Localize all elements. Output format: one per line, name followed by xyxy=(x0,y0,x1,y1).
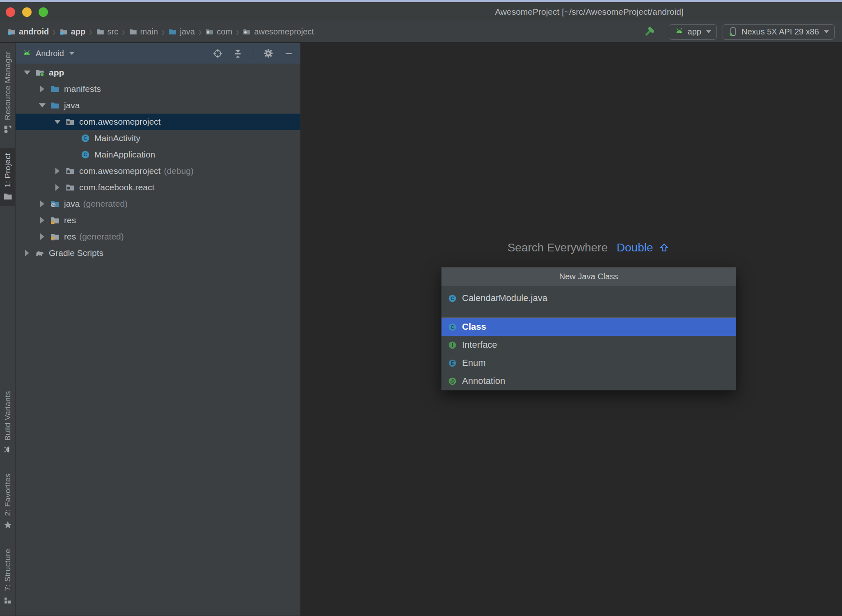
class-name-input[interactable]: C CalendarModule.java xyxy=(442,286,736,310)
source-folder-icon xyxy=(50,100,60,110)
tree-item-suffix: (debug) xyxy=(164,166,193,176)
shift-arrow-icon xyxy=(659,242,670,253)
gear-icon xyxy=(263,48,274,59)
chevron-down-icon xyxy=(824,30,829,33)
kind-option-class[interactable]: CClass xyxy=(442,318,736,336)
kind-option-interface[interactable]: IInterface xyxy=(442,336,736,354)
device-select[interactable]: Nexus 5X API 29 x86 xyxy=(723,24,835,40)
tree-item-manifests[interactable]: manifests xyxy=(16,81,300,97)
tree-item-mainactivity[interactable]: CMainActivity xyxy=(16,130,300,146)
tool-window-button-build-variants[interactable]: Build Variants xyxy=(0,386,15,459)
new-java-class-popup: New Java Class C CalendarModule.java CCl… xyxy=(441,267,736,390)
tool-window-button-2-favorites[interactable]: 2: Favorites xyxy=(0,468,15,535)
interface-icon: I xyxy=(448,340,457,350)
main-toolbar: android›app›src›main›java›com›awesomepro… xyxy=(0,21,842,43)
tool-window-button-label: 1: Project xyxy=(3,153,12,187)
tree-expanded-arrow-icon[interactable] xyxy=(20,71,34,75)
window-title: AwesomeProject [~/src/AwesomeProject/and… xyxy=(495,7,684,17)
collapse-all-icon xyxy=(233,48,243,59)
annotation-icon: @ xyxy=(448,376,457,386)
breadcrumb-item-src[interactable]: src xyxy=(96,27,119,37)
hide-icon[interactable] xyxy=(284,48,294,59)
tree-collapsed-arrow-icon[interactable] xyxy=(35,217,50,224)
breadcrumb-label: main xyxy=(140,27,158,37)
tree-collapsed-arrow-icon[interactable] xyxy=(35,86,50,92)
tree-item-com-awesomeproject[interactable]: com.awesomeproject xyxy=(16,114,300,130)
package-icon xyxy=(65,117,75,127)
breadcrumb-item-android[interactable]: android xyxy=(7,27,49,37)
tree-item-com-awesomeproject[interactable]: com.awesomeproject(debug) xyxy=(16,163,300,179)
run-configuration-label: app xyxy=(688,27,701,37)
popup-title: New Java Class xyxy=(442,267,736,286)
project-view-selector[interactable]: Android xyxy=(36,49,64,58)
tree-item-app[interactable]: app xyxy=(16,64,300,81)
run-configuration-select[interactable]: app xyxy=(669,24,717,40)
svg-text:C: C xyxy=(451,295,454,301)
breadcrumb-item-awesomeproject[interactable]: awesomeproject xyxy=(243,27,314,37)
source-folder-icon xyxy=(168,27,177,36)
tree-expanded-arrow-icon[interactable] xyxy=(50,120,65,124)
android-icon xyxy=(675,27,684,37)
package-icon xyxy=(65,166,75,176)
tree-item-label: java xyxy=(64,199,80,209)
build-hammer-icon[interactable] xyxy=(643,26,654,38)
tool-window-button-label: Resource Manager xyxy=(3,51,12,120)
chevron-down-icon[interactable] xyxy=(69,52,74,55)
svg-text:I: I xyxy=(452,342,453,348)
kind-option-enum[interactable]: EEnum xyxy=(442,354,736,372)
tree-item-java[interactable]: java xyxy=(16,97,300,114)
locate-icon[interactable] xyxy=(213,48,223,59)
project-panel-header: Android xyxy=(16,43,300,64)
breadcrumb-item-app[interactable]: app xyxy=(59,27,86,37)
class-icon: C xyxy=(448,294,457,303)
minimize-window-button[interactable] xyxy=(22,7,32,17)
folder-icon xyxy=(96,27,105,36)
device-label: Nexus 5X API 29 x86 xyxy=(741,27,819,37)
kind-option-annotation[interactable]: @Annotation xyxy=(442,372,736,390)
breadcrumb-item-main[interactable]: main xyxy=(129,27,158,37)
folder-icon xyxy=(129,27,137,36)
tree-item-suffix: (generated) xyxy=(83,199,128,209)
breadcrumb-label: src xyxy=(108,27,119,37)
breadcrumb-item-com[interactable]: com xyxy=(205,27,232,37)
tree-item-com-facebook-react[interactable]: com.facebook.react xyxy=(16,179,300,196)
bc-package-icon xyxy=(205,27,214,36)
breadcrumb: android›app›src›main›java›com›awesomepro… xyxy=(7,27,314,37)
gear-icon[interactable] xyxy=(263,48,274,59)
tree-item-label: java xyxy=(64,100,80,110)
collapse-all-icon[interactable] xyxy=(233,48,243,59)
tree-item-mainapplication[interactable]: CMainApplication xyxy=(16,146,300,163)
structure-icon xyxy=(3,595,13,605)
close-window-button[interactable] xyxy=(6,7,15,17)
tree-item-label: Gradle Scripts xyxy=(49,248,103,258)
hint-shortcut: Double xyxy=(617,241,653,254)
tree-item-gradle-scripts[interactable]: Gradle Scripts xyxy=(16,245,300,261)
tool-window-button-label: 7: Structure xyxy=(3,549,12,591)
window-controls xyxy=(6,7,48,17)
locate-icon xyxy=(213,48,223,59)
tree-item-res[interactable]: res xyxy=(16,212,300,228)
toolbar-divider xyxy=(253,48,253,59)
class-icon: C xyxy=(80,133,90,143)
tree-item-label: res xyxy=(64,232,76,242)
tree-item-java[interactable]: java(generated) xyxy=(16,196,300,212)
android-studio-window: AwesomeProject [~/src/AwesomeProject/and… xyxy=(0,0,842,616)
tree-expanded-arrow-icon[interactable] xyxy=(35,103,50,107)
tree-collapsed-arrow-icon[interactable] xyxy=(35,201,50,207)
tree-item-label: MainActivity xyxy=(94,133,140,143)
tree-collapsed-arrow-icon[interactable] xyxy=(50,168,65,174)
project-tool-window: Android appmanifestsjavacom.awesomeproje… xyxy=(16,43,301,616)
android-icon xyxy=(22,49,32,58)
zoom-window-button[interactable] xyxy=(39,7,48,17)
tool-window-button-1-project[interactable]: 1: Project xyxy=(0,148,15,206)
tree-collapsed-arrow-icon[interactable] xyxy=(35,233,50,240)
tool-window-button-resource-manager[interactable]: Resource Manager xyxy=(0,46,15,139)
class-name-value: CalendarModule.java xyxy=(462,293,547,303)
kind-option-label: Class xyxy=(462,322,486,332)
tree-collapsed-arrow-icon[interactable] xyxy=(20,250,34,256)
breadcrumb-item-java[interactable]: java xyxy=(168,27,195,37)
phone-icon xyxy=(728,27,738,37)
tool-window-button-7-structure[interactable]: 7: Structure xyxy=(0,544,15,610)
tree-item-res[interactable]: res(generated) xyxy=(16,228,300,245)
tree-collapsed-arrow-icon[interactable] xyxy=(50,184,65,191)
